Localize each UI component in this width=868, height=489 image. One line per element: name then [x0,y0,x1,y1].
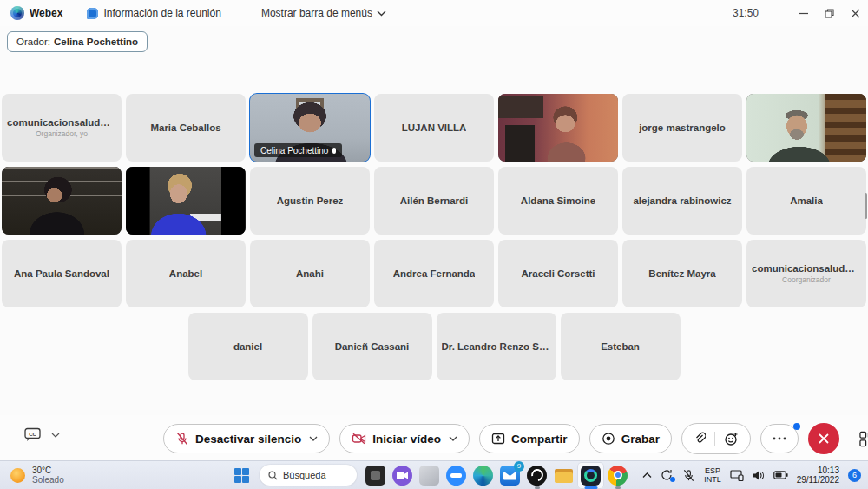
participant-name: comunicacionsaludmenta... [752,263,861,274]
meeting-timer: 31:50 [733,7,759,19]
scrollbar-thumb[interactable] [865,193,867,219]
more-options-button[interactable] [760,424,799,453]
start-button[interactable] [234,468,249,483]
weather-condition: Soleado [32,475,64,485]
mic-muted-tray-icon[interactable] [682,469,695,482]
participant-name: LUJAN VILLA [402,122,467,133]
close-window-icon [851,9,860,18]
speaker-icon[interactable] [753,470,765,481]
start-video-button[interactable]: Iniciar vídeo [339,424,470,453]
chevron-down-icon [51,433,60,438]
participant-video-tile[interactable] [126,167,246,235]
zoom-app-icon[interactable] [443,462,470,489]
participant-tile[interactable]: Andrea Fernanda [374,240,494,307]
reactions-icon [724,432,739,446]
video-chat-app-icon[interactable] [389,462,416,489]
sync-icon[interactable] [661,469,674,481]
participant-tile[interactable]: daniel [188,313,308,380]
participant-name: alejandra rabinowicz [633,195,731,206]
participant-name: Esteban [601,341,640,352]
file-explorer-icon[interactable] [550,462,577,489]
participant-tile[interactable]: Benítez Mayra [622,240,742,307]
participant-row: Agustin PerezAilén BernardiAldana Simoin… [2,167,866,235]
generic-app-icon[interactable] [416,462,443,489]
obs-app-icon[interactable] [523,462,550,489]
participant-tile[interactable]: Ailén Bernardi [374,167,494,235]
share-label: Compartir [511,433,568,446]
participant-tile[interactable]: Aldana Simoine [498,167,618,235]
participant-name: Maria Ceballos [150,122,220,133]
mail-app-icon[interactable]: 9 [496,462,523,489]
minimize-button[interactable] [790,0,816,26]
restore-button[interactable] [816,0,842,26]
edge-browser-icon[interactable] [470,462,496,489]
menu-toggle-label: Mostrar barra de menús [261,7,372,19]
meeting-control-bar: CC Desactivar silencio Iniciar vídeo [0,415,868,460]
participant-role: Organizador, yo [36,129,88,138]
participant-tile[interactable]: Ana Paula Sandoval [2,240,122,307]
app-name: Webex [30,7,62,19]
participant-tile[interactable]: Agustin Perez [250,167,370,235]
keyboard-language[interactable]: ESP INTL [704,466,721,484]
share-button[interactable]: Compartir [479,424,580,453]
window-titlebar: Webex Información de la reunión Mostrar … [0,0,868,26]
file-explorer-icon [554,466,574,486]
participant-video-tile[interactable] [498,94,618,162]
webex-logo-icon [10,6,24,20]
leave-meeting-button[interactable] [808,423,839,454]
chrome-browser-icon[interactable] [604,462,631,489]
record-button[interactable]: Grabar [589,424,672,453]
participant-role: Coorganizador [782,275,831,284]
participant-tile[interactable]: comunicacionsaludmenta...Coorganizador [746,240,866,307]
participant-tile[interactable]: comunicacionsaludment...Organizador, yo [2,94,122,162]
participant-name: comunicacionsaludment... [7,117,116,128]
generic-app-icon [419,466,439,486]
record-label: Grabar [621,433,660,446]
video-off-icon [352,432,366,446]
weather-widget[interactable]: 30°C Soleado [10,466,141,485]
participant-name: jorge mastrangelo [639,122,726,133]
participant-tile[interactable]: LUJAN VILLA [374,94,494,162]
paperclip-button[interactable] [694,432,706,446]
participant-tile[interactable]: jorge mastrangelo [622,94,742,162]
reactions-button[interactable] [724,432,739,446]
cast-display-icon[interactable] [730,470,744,481]
speaker-prefix: Orador: [16,36,50,47]
participant-video-tile[interactable] [2,167,122,235]
unmute-button[interactable]: Desactivar silencio [163,424,330,453]
participant-tile[interactable]: Dr. Leandro Renzo Soracc... [437,313,556,380]
participant-name: Benítez Mayra [648,268,715,279]
show-menu-bar-button[interactable]: Mostrar barra de menús [261,7,386,19]
chevron-down-icon [377,10,386,17]
participant-tile[interactable]: Araceli Corsetti [498,240,618,307]
apps-panel-button[interactable] [854,424,868,453]
close-button[interactable] [842,0,868,26]
participant-row: danielDanieñ CassaniDr. Leandro Renzo So… [188,313,681,380]
video-feed [2,167,122,235]
participant-video-tile[interactable] [746,94,866,162]
share-screen-icon [491,432,505,446]
restore-window-icon [825,9,834,18]
participant-video-tile[interactable]: Celina Pochettino [250,94,370,162]
participant-tile[interactable]: Amalia [746,167,866,235]
webex-app-icon[interactable] [577,462,604,489]
captions-button[interactable]: CC [24,427,60,442]
taskbar-search[interactable]: Búsqueda [260,465,357,486]
participant-row: comunicacionsaludment...Organizador, yoM… [2,94,866,162]
meeting-info-button[interactable]: Información de la reunión [87,7,220,19]
participant-tile[interactable]: Danieñ Cassani [312,313,432,380]
participant-tile[interactable]: Esteban [561,313,681,380]
participant-tile[interactable]: Maria Ceballos [126,94,246,162]
participant-tile[interactable]: Anahi [250,240,370,307]
notification-count-badge[interactable]: 6 [848,469,861,482]
record-icon [602,432,615,446]
clock[interactable]: 10:13 29/11/2022 [797,466,839,486]
video-chat-app-icon [392,466,412,486]
participant-tile[interactable]: alejandra rabinowicz [622,167,742,235]
tray-chevron-up-icon[interactable] [642,472,652,479]
participant-grid: comunicacionsaludment...Organizador, yoM… [0,94,868,380]
photos-app-icon[interactable] [362,462,389,489]
participant-tile[interactable]: Anabel [126,240,246,307]
participant-name: Andrea Fernanda [393,268,476,279]
battery-icon[interactable] [773,471,788,479]
